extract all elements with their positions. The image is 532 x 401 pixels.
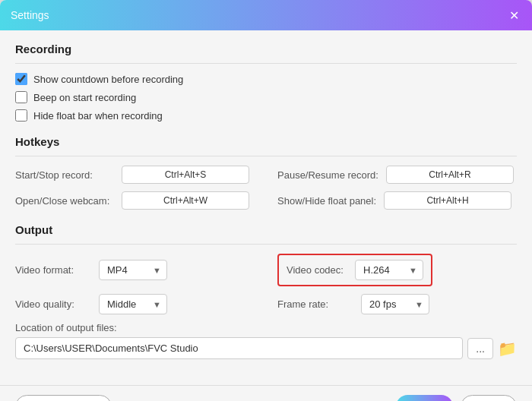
frame-rate-select[interactable]: 15 fps 20 fps 24 fps 30 fps 60 fps: [361, 294, 429, 314]
hotkey-row-start-stop: Start/Stop record:: [15, 166, 255, 184]
frame-rate-label: Frame rate:: [277, 298, 353, 310]
video-quality-row: Video quality: Low Middle High ▼: [15, 294, 255, 314]
hotkey-row-pause-resume: Pause/Resume record:: [277, 166, 517, 184]
ok-button[interactable]: OK: [396, 395, 453, 401]
close-button[interactable]: ✕: [506, 8, 521, 23]
video-quality-select[interactable]: Low Middle High: [99, 294, 167, 314]
beep-on-start-checkbox[interactable]: [15, 91, 27, 103]
browse-dots-button[interactable]: ...: [467, 338, 493, 359]
hide-float-bar-checkbox[interactable]: [15, 109, 27, 122]
show-hide-float-label: Show/Hide float panel:: [277, 195, 376, 207]
output-section-title: Output: [15, 223, 517, 236]
hotkey-row-webcam: Open/Close webcam:: [15, 191, 255, 210]
show-hide-float-input[interactable]: [384, 191, 511, 210]
video-codec-select[interactable]: H.264 H.265 VP9: [355, 260, 423, 280]
title-bar: Settings ✕: [0, 0, 532, 30]
checkbox-row-beep: Beep on start recording: [15, 91, 517, 103]
start-stop-input[interactable]: [122, 166, 249, 184]
settings-dialog: Settings ✕ Recording Show countdown befo…: [0, 0, 532, 401]
location-label: Location of output files:: [15, 322, 517, 333]
pause-resume-label: Pause/Resume record:: [277, 169, 378, 181]
video-codec-label: Video codec:: [287, 264, 347, 276]
footer-right-buttons: OK Cancel: [396, 395, 517, 401]
show-countdown-label: Show countdown before recording: [33, 74, 183, 85]
location-input-row: ... 📁: [15, 337, 517, 359]
beep-on-start-label: Beep on start recording: [33, 92, 136, 103]
checkbox-row-float: Hide float bar when recording: [15, 109, 517, 122]
checkbox-row-countdown: Show countdown before recording: [15, 73, 517, 85]
open-close-webcam-input[interactable]: [122, 191, 249, 210]
location-row: Location of output files: ... 📁: [15, 322, 517, 359]
content-area: Recording Show countdown before recordin…: [0, 30, 532, 385]
start-stop-label: Start/Stop record:: [15, 169, 114, 181]
cancel-button[interactable]: Cancel: [461, 395, 517, 401]
output-section: Output Video format: MP4 AVI MOV MKV ▼: [15, 223, 517, 359]
open-close-webcam-label: Open/Close webcam:: [15, 195, 114, 207]
reset-to-default-button[interactable]: Reset to Default: [15, 395, 112, 401]
video-quality-label: Video quality:: [15, 298, 91, 310]
recording-section: Recording Show countdown before recordin…: [15, 43, 517, 122]
hotkeys-section: Hotkeys Start/Stop record: Pause/Resume …: [15, 135, 517, 210]
open-folder-button[interactable]: 📁: [498, 339, 517, 358]
footer: Reset to Default OK Cancel: [0, 385, 532, 401]
hotkey-row-float-panel: Show/Hide float panel:: [277, 191, 517, 210]
frame-rate-select-wrapper: 15 fps 20 fps 24 fps 30 fps 60 fps ▼: [361, 294, 429, 314]
video-codec-select-wrapper: H.264 H.265 VP9 ▼: [355, 260, 423, 280]
hide-float-bar-label: Hide float bar when recording: [33, 110, 163, 122]
video-format-select-wrapper: MP4 AVI MOV MKV ▼: [99, 260, 167, 280]
recording-section-title: Recording: [15, 43, 517, 55]
video-codec-row: Video codec: H.264 H.265 VP9 ▼: [277, 254, 517, 286]
hotkeys-grid: Start/Stop record: Pause/Resume record: …: [15, 166, 517, 210]
video-format-label: Video format:: [15, 264, 91, 276]
folder-icon: 📁: [498, 340, 517, 357]
video-format-select[interactable]: MP4 AVI MOV MKV: [99, 260, 167, 280]
hotkeys-section-title: Hotkeys: [15, 135, 517, 148]
video-codec-highlight-box: Video codec: H.264 H.265 VP9 ▼: [277, 254, 432, 286]
video-quality-select-wrapper: Low Middle High ▼: [99, 294, 167, 314]
show-countdown-checkbox[interactable]: [15, 73, 27, 85]
pause-resume-input[interactable]: [386, 166, 514, 184]
dialog-title: Settings: [11, 9, 49, 21]
output-grid: Video format: MP4 AVI MOV MKV ▼ Vi: [15, 254, 517, 314]
video-format-row: Video format: MP4 AVI MOV MKV ▼: [15, 254, 255, 286]
frame-rate-row: Frame rate: 15 fps 20 fps 24 fps 30 fps …: [277, 294, 517, 314]
location-input[interactable]: [15, 337, 463, 359]
